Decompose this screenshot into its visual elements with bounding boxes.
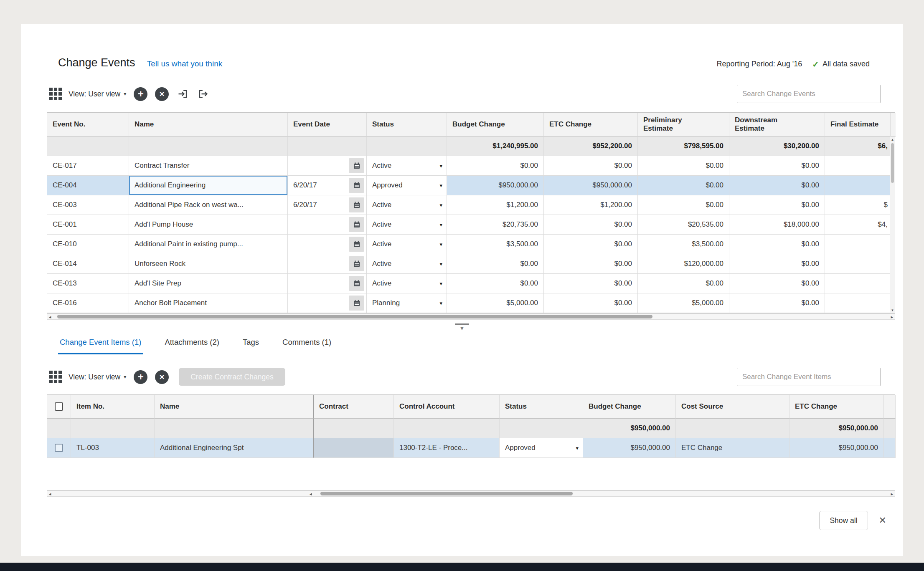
preliminary-estimate-cell[interactable]: $0.00 <box>638 274 729 293</box>
status-dropdown[interactable]: Active ▾ <box>367 235 447 254</box>
add-event-button[interactable]: + <box>134 87 147 101</box>
name-cell[interactable]: Add'l Site Prep <box>129 274 288 293</box>
select-all-checkbox[interactable] <box>55 402 63 411</box>
horizontal-scroll-thumb[interactable] <box>320 492 573 495</box>
name-cell[interactable]: Add'l Pump House <box>129 215 288 235</box>
events-horizontal-scrollbar[interactable]: ◂ ▸ <box>47 313 895 320</box>
name-cell[interactable]: Additional Engineering Spt <box>155 438 313 458</box>
status-dropdown[interactable]: Active ▾ <box>367 254 447 274</box>
scroll-right-icon[interactable]: ▸ <box>891 314 893 319</box>
event-no-cell[interactable]: CE-004 <box>47 176 129 195</box>
final-estimate-cell[interactable]: $ <box>825 195 891 215</box>
event-date-cell[interactable] <box>288 156 367 176</box>
vertical-scrollbar[interactable]: ▴ ▾ <box>890 136 895 313</box>
etc-change-cell[interactable]: $0.00 <box>544 215 638 235</box>
row-ce-014[interactable]: CE-014 Unforseen Rock Active ▾ $0.00 $0.… <box>47 254 895 274</box>
calendar-icon[interactable] <box>349 276 364 291</box>
column-header-final-estimate[interactable]: Final Estimate <box>825 113 891 136</box>
scroll-left-icon[interactable]: ◂ <box>49 314 51 319</box>
downstream-estimate-cell[interactable]: $0.00 <box>729 235 825 254</box>
status-dropdown[interactable]: Planning ▾ <box>367 293 447 313</box>
control-account-cell[interactable]: 1300-T2-LE - Proce... <box>394 438 500 458</box>
row-ce-016[interactable]: CE-016 Anchor Bolt Placement Planning ▾ … <box>47 293 895 313</box>
name-cell[interactable]: Contract Transfer <box>129 156 288 176</box>
view-selector[interactable]: View: User view ▾ <box>69 90 126 99</box>
scroll-left-inner-icon[interactable]: ◂ <box>310 491 312 496</box>
column-header-name[interactable]: Name <box>129 113 288 136</box>
preliminary-estimate-cell[interactable]: $0.00 <box>638 195 729 215</box>
downstream-estimate-cell[interactable]: $18,000.00 <box>729 215 825 235</box>
budget-change-cell[interactable]: $0.00 <box>447 156 544 176</box>
final-estimate-cell[interactable] <box>825 176 891 195</box>
column-header-event-date[interactable]: Event Date <box>288 113 367 136</box>
row-tl-003-selected[interactable]: TL-003 Additional Engineering Spt 1300-T… <box>47 438 895 458</box>
row-checkbox[interactable] <box>55 444 63 452</box>
preliminary-estimate-cell[interactable]: $20,535.00 <box>638 215 729 235</box>
status-dropdown[interactable]: Active ▾ <box>367 274 447 293</box>
downstream-estimate-cell[interactable]: $0.00 <box>729 176 825 195</box>
row-ce-001[interactable]: CE-001 Add'l Pump House Active ▾ $20,735… <box>47 215 895 235</box>
search-change-events-input[interactable] <box>737 85 881 103</box>
column-header-budget-change[interactable]: Budget Change <box>583 395 676 419</box>
status-dropdown[interactable]: Active ▾ <box>367 215 447 235</box>
etc-change-cell[interactable]: $0.00 <box>544 156 638 176</box>
name-cell[interactable]: Additional Paint in existing pump... <box>129 235 288 254</box>
cost-source-cell[interactable]: ETC Change <box>676 438 789 458</box>
event-date-cell[interactable]: 6/20/17 <box>288 176 367 195</box>
column-header-status[interactable]: Status <box>367 113 447 136</box>
scroll-left-icon[interactable]: ◂ <box>49 491 51 496</box>
name-cell[interactable]: Anchor Bolt Placement <box>129 293 288 313</box>
column-header-budget-change[interactable]: Budget Change <box>447 113 544 136</box>
event-no-cell[interactable]: CE-014 <box>47 254 129 274</box>
event-date-cell[interactable] <box>288 215 367 235</box>
final-estimate-cell[interactable] <box>825 293 891 313</box>
calendar-icon[interactable] <box>349 217 364 232</box>
event-date-cell[interactable] <box>288 274 367 293</box>
downstream-estimate-cell[interactable]: $0.00 <box>729 254 825 274</box>
preliminary-estimate-cell[interactable]: $3,500.00 <box>638 235 729 254</box>
event-no-cell[interactable]: CE-003 <box>47 195 129 215</box>
final-estimate-cell[interactable] <box>825 274 891 293</box>
budget-change-cell[interactable]: $950,000.00 <box>447 176 544 195</box>
row-ce-010[interactable]: CE-010 Additional Paint in existing pump… <box>47 235 895 254</box>
horizontal-scroll-thumb[interactable] <box>57 315 652 318</box>
preliminary-estimate-cell[interactable]: $5,000.00 <box>638 293 729 313</box>
calendar-icon[interactable] <box>349 256 364 271</box>
final-estimate-cell[interactable]: $4, <box>825 215 891 235</box>
calendar-icon[interactable] <box>349 158 364 173</box>
tab-change-event-items[interactable]: Change Event Items (1) <box>58 338 143 354</box>
contract-cell[interactable] <box>313 438 394 458</box>
budget-change-cell[interactable]: $0.00 <box>447 274 544 293</box>
status-dropdown[interactable]: Active ▾ <box>367 156 447 176</box>
budget-change-cell[interactable]: $20,735.00 <box>447 215 544 235</box>
item-no-cell[interactable]: TL-003 <box>71 438 155 458</box>
collapse-panel-handle[interactable]: ▼ <box>455 323 469 331</box>
status-dropdown[interactable]: Active ▾ <box>367 195 447 215</box>
column-header-item-no[interactable]: Item No. <box>71 395 155 419</box>
calendar-icon[interactable] <box>349 197 364 212</box>
event-date-cell[interactable] <box>288 254 367 274</box>
preliminary-estimate-cell[interactable]: $0.00 <box>638 176 729 195</box>
grid-view-icon[interactable] <box>49 371 62 383</box>
scroll-down-icon[interactable]: ▾ <box>890 308 895 312</box>
event-date-cell[interactable] <box>288 293 367 313</box>
column-header-name[interactable]: Name <box>155 395 313 419</box>
delete-item-button[interactable]: ✕ <box>155 370 169 384</box>
scroll-right-icon[interactable]: ▸ <box>891 491 893 496</box>
row-ce-003[interactable]: CE-003 Additional Pipe Rack on west wa..… <box>47 195 895 215</box>
budget-change-cell[interactable]: $1,200.00 <box>447 195 544 215</box>
column-header-cost-source[interactable]: Cost Source <box>676 395 789 419</box>
tab-attachments[interactable]: Attachments (2) <box>163 338 221 354</box>
downstream-estimate-cell[interactable]: $0.00 <box>729 195 825 215</box>
column-header-preliminary-estimate[interactable]: Preliminary Estimate <box>638 113 729 136</box>
calendar-icon[interactable] <box>349 178 364 193</box>
column-header-etc-change[interactable]: ETC Change <box>544 113 638 136</box>
export-icon[interactable] <box>197 88 209 100</box>
name-cell[interactable]: Unforseen Rock <box>129 254 288 274</box>
event-no-cell[interactable]: CE-017 <box>47 156 129 176</box>
budget-change-cell[interactable]: $0.00 <box>447 254 544 274</box>
search-change-event-items-input[interactable] <box>737 368 881 386</box>
event-no-cell[interactable]: CE-001 <box>47 215 129 235</box>
close-icon[interactable]: ✕ <box>879 515 886 526</box>
event-date-cell[interactable]: 6/20/17 <box>288 195 367 215</box>
